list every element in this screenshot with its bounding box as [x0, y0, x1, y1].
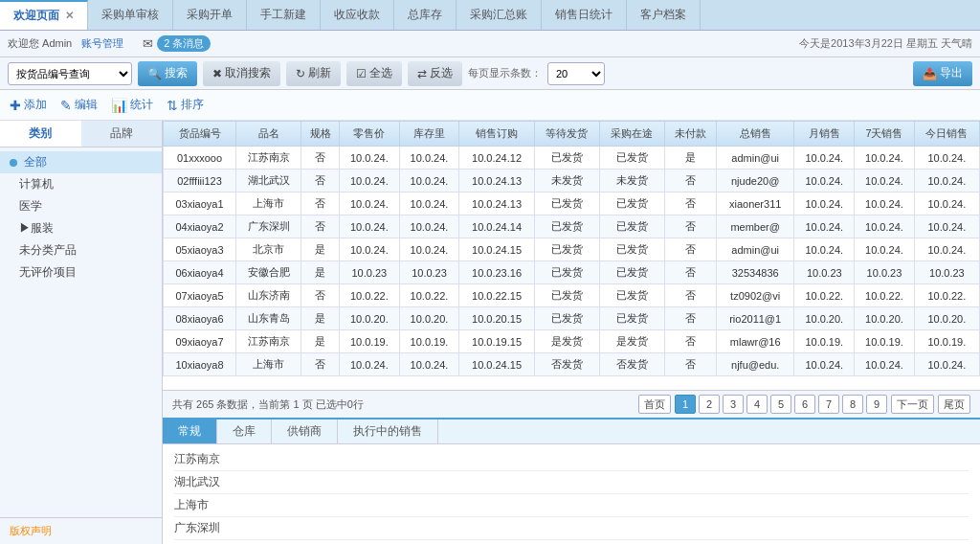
- tree-item-label: 医学: [19, 199, 42, 213]
- page-number-button[interactable]: 8: [842, 395, 863, 414]
- cancel-search-button[interactable]: ✖ 取消搜索: [203, 61, 280, 86]
- table-cell: 10.0.20.: [794, 307, 855, 330]
- table-cell: 江苏南京: [236, 147, 301, 170]
- tree-item-all[interactable]: 全部: [0, 151, 162, 173]
- page-number-button[interactable]: 6: [794, 395, 815, 414]
- tree-item-uncategorized[interactable]: 未分类产品: [0, 239, 162, 261]
- edit-button[interactable]: ✎ 编辑: [60, 97, 98, 113]
- product-table: 货品编号品名规格零售价库存里销售订购等待发货采购在途未付款总销售月销售7天销售今…: [163, 121, 980, 376]
- page-number-button[interactable]: 7: [818, 395, 839, 414]
- page-number-button[interactable]: 1: [675, 395, 696, 414]
- table-row[interactable]: 05xiaoya3北京市是10.0.24.10.0.24.10.0.24.15已…: [164, 238, 980, 261]
- tab-purchase-summary[interactable]: 采购汇总账: [457, 0, 542, 30]
- page-number-button[interactable]: 9: [866, 395, 887, 414]
- page-number-button[interactable]: 5: [770, 395, 791, 414]
- next-page-button[interactable]: 下一页: [891, 395, 934, 414]
- bottom-list-item: 广东深圳: [174, 517, 969, 540]
- table-row[interactable]: 04xiaoya2广东深圳否10.0.24.10.0.24.10.0.24.14…: [164, 215, 980, 238]
- refresh-button[interactable]: ↻ 刷新: [286, 61, 341, 86]
- refresh-label: 刷新: [308, 65, 331, 81]
- tree-item-label: 全部: [24, 155, 47, 169]
- table-cell: 未发货: [599, 170, 664, 193]
- message-badge[interactable]: 2 条消息: [157, 35, 211, 52]
- tab-customer-files[interactable]: 客户档案: [627, 0, 701, 30]
- tab-manual-new[interactable]: 手工新建: [247, 0, 321, 30]
- tree-item-label: 未分类产品: [19, 243, 77, 257]
- cancel-icon: ✖: [212, 67, 222, 80]
- table-row[interactable]: 06xiaoya4安徽合肥是10.0.2310.0.2310.0.23.16已发…: [164, 261, 980, 284]
- table-row[interactable]: 03xiaoya1上海市否10.0.24.10.0.24.10.0.24.13已…: [164, 193, 980, 215]
- table-row[interactable]: 09xiaoya7江苏南京是10.0.19.10.0.19.10.0.19.15…: [164, 330, 980, 353]
- tab-label: 销售日统计: [555, 7, 612, 23]
- bottom-tab[interactable]: 供销商: [272, 419, 338, 443]
- table-cell: 否: [301, 170, 340, 193]
- table-cell: 否发货: [599, 353, 664, 376]
- page-number-button[interactable]: 2: [699, 395, 720, 414]
- account-link[interactable]: 账号管理: [81, 36, 123, 51]
- bottom-tab[interactable]: 常规: [163, 419, 217, 443]
- table-row[interactable]: 02fffiii123湖北武汉否10.0.24.10.0.24.10.0.24.…: [164, 170, 980, 193]
- sidebar-footer[interactable]: 版权声明: [0, 517, 162, 544]
- table-header: 月销售: [794, 122, 855, 147]
- sort-icon: ⇅: [167, 98, 178, 113]
- table-row[interactable]: 10xiaoya8上海市否10.0.24.10.0.24.10.0.24.15否…: [164, 353, 980, 376]
- tab-receivable[interactable]: 收应收款: [321, 0, 394, 30]
- first-page-button[interactable]: 首页: [638, 395, 671, 414]
- table-cell: rio2011@1: [716, 307, 794, 330]
- table-cell: 10.0.24.: [339, 215, 399, 238]
- table-cell: 10.0.22.: [914, 284, 979, 307]
- edit-icon: ✎: [60, 98, 72, 113]
- invert-button[interactable]: ⇄ 反选: [408, 61, 462, 86]
- sidebar-tab-category[interactable]: 类别: [0, 121, 81, 147]
- bottom-tab[interactable]: 仓库: [217, 419, 272, 443]
- tab-purchase-order[interactable]: 采购开单: [173, 0, 247, 30]
- table-cell: 已发货: [534, 261, 599, 284]
- search-button[interactable]: 🔍 搜索: [138, 61, 197, 86]
- table-cell: 已发货: [599, 307, 664, 330]
- page-number-button[interactable]: 4: [746, 395, 768, 414]
- sidebar: 类别 品牌 全部 计算机 医学 ▶服装 未分类产品 无评价项目 版权: [0, 121, 163, 544]
- table-cell: 10.0.22.: [855, 284, 915, 307]
- second-bar: 欢迎您 Admin 账号管理 ✉ 2 条消息 今天是2013年3月22日 星期五…: [0, 31, 980, 57]
- tab-welcome[interactable]: 欢迎页面 ✕: [0, 0, 88, 30]
- table-row[interactable]: 01xxxooo江苏南京否10.0.24.10.0.24.10.0.24.12已…: [164, 147, 980, 170]
- tree-item-medical[interactable]: 医学: [0, 195, 162, 217]
- last-page-button[interactable]: 尾页: [938, 395, 970, 414]
- table-cell: 10.0.24.: [794, 215, 855, 238]
- page-size-select[interactable]: 2050100: [547, 62, 605, 85]
- export-icon: 📤: [923, 67, 937, 80]
- search-select[interactable]: 按货品编号查询: [8, 62, 132, 85]
- table-row[interactable]: 08xiaoya6山东青岛是10.0.20.10.0.20.10.0.20.15…: [164, 307, 980, 330]
- table-cell: mlawr@16: [716, 330, 794, 353]
- table-cell: 10.0.22.: [399, 284, 459, 307]
- select-all-button[interactable]: ☑ 全选: [346, 61, 402, 86]
- tab-purchase-audit[interactable]: 采购单审核: [88, 0, 173, 30]
- table-header: 7天销售: [855, 122, 915, 147]
- stats-icon: 📊: [111, 98, 127, 113]
- close-icon[interactable]: ✕: [65, 10, 74, 22]
- stats-button[interactable]: 📊 统计: [111, 97, 153, 113]
- tab-sales-stats[interactable]: 销售日统计: [542, 0, 627, 30]
- page-number-button[interactable]: 3: [723, 395, 744, 414]
- add-button[interactable]: ✚ 添加: [10, 97, 47, 113]
- table-cell: 10.0.24.: [399, 215, 459, 238]
- table-row[interactable]: 07xiaoya5山东济南否10.0.22.10.0.22.10.0.22.15…: [164, 284, 980, 307]
- bottom-tab[interactable]: 执行中的销售: [338, 419, 438, 443]
- tree-item-apparel[interactable]: ▶服装: [0, 217, 162, 239]
- table-cell: 10.0.24.: [914, 238, 979, 261]
- table-cell: admin@ui: [716, 147, 794, 170]
- tree-item-computer[interactable]: 计算机: [0, 173, 162, 195]
- tab-total-inventory[interactable]: 总库存: [394, 0, 457, 30]
- table-cell: 10.0.20.: [339, 307, 399, 330]
- table-cell: 10.0.24.: [855, 170, 915, 193]
- table-cell: 10.0.23: [914, 261, 979, 284]
- table-cell: 已发货: [534, 215, 599, 238]
- tree-dot: [10, 159, 17, 167]
- table-cell: 10.0.24.: [399, 147, 459, 170]
- table-cell: 否: [664, 284, 716, 307]
- tree-item-label: ▶服装: [19, 221, 54, 235]
- sidebar-tab-brand[interactable]: 品牌: [81, 121, 163, 147]
- export-button[interactable]: 📤 导出: [913, 61, 972, 86]
- sort-button[interactable]: ⇅ 排序: [167, 97, 204, 113]
- tree-item-no-price[interactable]: 无评价项目: [0, 261, 162, 283]
